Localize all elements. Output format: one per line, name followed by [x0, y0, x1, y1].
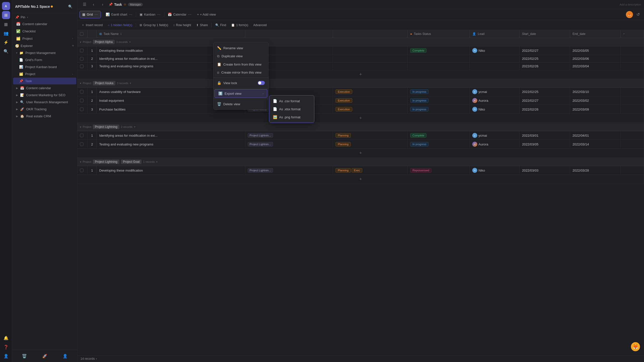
task-name-cell[interactable]: Developing these modification — [97, 166, 245, 175]
share-button[interactable]: ⬆ Share — [194, 22, 210, 28]
task-name-cell[interactable]: Identifying areas for modification in ex… — [97, 131, 245, 140]
star-icon[interactable]: ☆ — [123, 3, 126, 6]
tab-calendar[interactable]: 📅 Calendar ⋯ — [165, 11, 194, 18]
col-header-end-date[interactable]: End_date — [570, 30, 620, 38]
sidebar-item-checklist[interactable]: ✅ Checklist — [13, 28, 76, 35]
col-header-tasks-status[interactable]: ● Tasks Status — [408, 30, 469, 38]
group-expand-icon[interactable]: ▾ — [80, 161, 81, 163]
grid-more-icon[interactable]: ⋯ — [95, 13, 98, 17]
grid-area[interactable]: ⊞ Task Name ℹ ● Tasks Status 👤 Lead — [77, 30, 644, 355]
sidebar-item-project-kanban[interactable]: 📊 Project Kanban board — [13, 64, 76, 70]
group-collapse-icon[interactable]: ▾ — [156, 160, 158, 164]
col-header-task-name[interactable]: ⊞ Task Name ℹ — [97, 30, 245, 38]
select-all-checkbox[interactable] — [80, 32, 83, 36]
advanced-button[interactable]: Advanced — [251, 22, 269, 28]
forward-icon[interactable]: › — [99, 1, 107, 9]
refresh-icon[interactable]: ↺ — [634, 11, 642, 19]
insert-record-button[interactable]: ＋ Insert record — [79, 22, 105, 28]
bell-icon[interactable]: 🔔 — [2, 334, 10, 342]
calendar-more-icon[interactable]: ⋯ — [188, 13, 191, 17]
col-header-project[interactable] — [245, 30, 333, 38]
group-expand-icon[interactable]: ▾ — [80, 41, 81, 43]
row-checkbox[interactable] — [80, 49, 83, 52]
submenu-item-png[interactable]: 🖼️ As .png format — [269, 113, 314, 121]
sidebar-item-project-sub[interactable]: 🗂️ Project › — [13, 71, 76, 77]
user-avatar-top[interactable]: 🦊 — [626, 11, 633, 18]
row-height-button[interactable]: ↕ Row height — [171, 22, 193, 28]
user-avatar[interactable]: A — [2, 2, 10, 10]
row-checkbox[interactable] — [80, 108, 83, 111]
task-name-cell[interactable]: Testing and evaluating new programs — [97, 140, 245, 149]
collapse-icon[interactable]: ☰ — [80, 1, 89, 9]
search-workspace-icon[interactable]: 🔍 — [66, 3, 74, 11]
sidebar-item-content-calendar[interactable]: 📅 Content calendar — [13, 20, 76, 27]
menu-item-create-form[interactable]: 📋 Create form from this view — [213, 60, 268, 68]
sidebar-item-okr-tracking[interactable]: ▶ 🚀 OKR Tracking — [13, 106, 76, 113]
add-col-icon[interactable]: + — [623, 32, 625, 36]
sidebar-item-task[interactable]: 📌 Task — [13, 78, 76, 84]
kanban-more-icon[interactable]: ⋯ — [157, 13, 160, 17]
pin-section[interactable]: 📌 Pin ▾ — [12, 14, 77, 20]
view-lock-toggle[interactable] — [258, 81, 265, 85]
grid-icon[interactable]: ▦ — [2, 20, 10, 28]
tab-kanban[interactable]: ▣ Kanban ⋯ — [137, 11, 163, 18]
explorer-add-icon[interactable]: + — [72, 43, 74, 48]
menu-item-view-lock[interactable]: 🔒 View lock — [213, 79, 268, 87]
search-icon[interactable]: 🔍 — [2, 47, 10, 55]
trash-icon[interactable]: 🗑️ — [20, 352, 28, 360]
group-by-button[interactable]: ⊞ Group by 1 field(s) — [138, 22, 170, 28]
menu-item-export[interactable]: ⬆️ Export view › — [214, 89, 267, 98]
group-collapse-icon[interactable]: ▾ — [134, 125, 136, 129]
people-icon[interactable]: 👥 — [2, 29, 10, 37]
col-header-lead[interactable]: 👤 Lead — [469, 30, 519, 38]
submenu-item-csv[interactable]: 📄 As .csv format — [269, 97, 314, 105]
row-checkbox[interactable] — [80, 99, 83, 102]
row-checkbox[interactable] — [80, 65, 83, 68]
row-checkbox[interactable] — [80, 57, 83, 61]
tab-gantt[interactable]: 📊 Gantt chart ⋯ — [103, 11, 135, 18]
menu-item-delete[interactable]: 🗑️ Delete view — [213, 100, 268, 108]
add-row-button[interactable]: + — [357, 71, 365, 78]
tab-grid[interactable]: ▦ Grid ⋯ — [79, 11, 101, 18]
help-bubble[interactable]: 🦊 — [631, 342, 640, 351]
forms-button[interactable]: 📋 1 form(s) — [229, 22, 250, 28]
sidebar-item-user-research[interactable]: ▶ 🔍 User Research Management — [13, 99, 76, 106]
hidden-fields-button[interactable]: ○ 1 hidden field(s) — [106, 22, 134, 28]
group-expand-icon[interactable]: ▾ — [80, 126, 81, 128]
task-name-info-icon[interactable]: ℹ — [120, 32, 121, 35]
sidebar-item-grids-form[interactable]: 📄 Grid's Form — [13, 57, 76, 63]
back-icon[interactable]: ‹ — [90, 1, 98, 9]
sidebar-item-content-marketing[interactable]: ▶ 📝 Content Marketing for SEO — [13, 92, 76, 98]
view-context-menu[interactable]: ✏️ Rename view ⧉ Duplicate view 📋 Create… — [213, 42, 269, 110]
row-checkbox[interactable] — [80, 90, 83, 93]
sidebar-item-project-management[interactable]: ▾ 📁 Project Management — [13, 49, 76, 56]
add-view-button[interactable]: + + Add view — [194, 11, 218, 18]
user-icon[interactable]: 👤 — [2, 352, 10, 360]
row-checkbox[interactable] — [80, 142, 83, 146]
export-submenu[interactable]: 📄 As .csv format 📄 As .xlsx format 🖼️ As… — [269, 95, 314, 123]
home-icon[interactable]: ⊞ — [2, 11, 10, 19]
col-header-start-date[interactable]: Start_date — [520, 30, 570, 38]
group-collapse-icon[interactable]: ▾ — [129, 40, 131, 44]
sidebar-item-project-top[interactable]: 🗂️ Project › — [13, 35, 76, 42]
gantt-more-icon[interactable]: ⋯ — [129, 13, 132, 17]
menu-item-rename[interactable]: ✏️ Rename view — [213, 44, 268, 52]
col-header-stage[interactable] — [333, 30, 408, 38]
group-collapse-icon[interactable]: ▾ — [130, 82, 131, 85]
row-checkbox[interactable] — [80, 169, 83, 172]
group-expand-icon[interactable]: ▾ — [80, 82, 81, 85]
explorer-header[interactable]: 🧭 Explorer + — [12, 42, 77, 49]
submenu-item-xlsx[interactable]: 📄 As .xlsx format — [269, 105, 314, 113]
sidebar-item-real-estate[interactable]: ▶ 🏠 Real estate CRM — [13, 113, 76, 120]
lightning-icon[interactable]: ⚡ — [2, 38, 10, 46]
add-row-button[interactable]: + — [357, 176, 365, 183]
col-header-extra[interactable]: + — [620, 30, 644, 38]
find-button[interactable]: 🔍 Find — [213, 22, 228, 28]
person-footer-icon[interactable]: 👤 — [61, 352, 69, 360]
add-row-button[interactable]: + — [357, 149, 365, 157]
rocket-footer-icon[interactable]: 🚀 — [41, 352, 49, 360]
menu-item-create-mirror[interactable]: ⧈ Create mirror from this view — [213, 68, 268, 77]
menu-item-duplicate[interactable]: ⧉ Duplicate view — [213, 52, 268, 60]
help-icon[interactable]: ❓ — [2, 343, 10, 351]
row-checkbox[interactable] — [80, 134, 83, 137]
